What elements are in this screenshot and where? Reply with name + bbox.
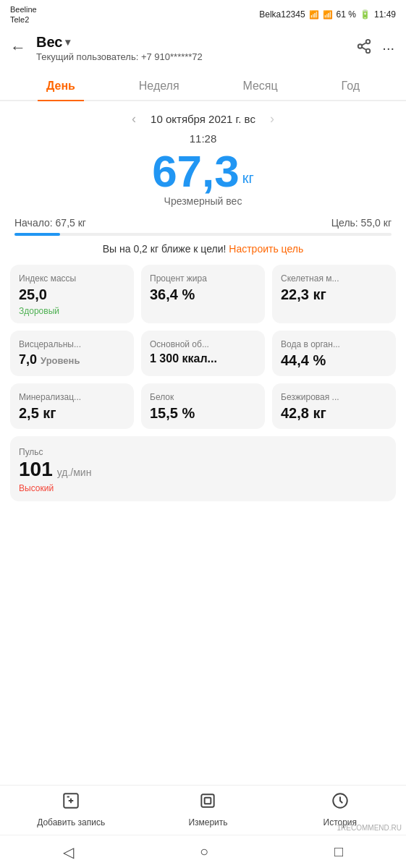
nav-measure[interactable]: Измерить: [179, 791, 237, 827]
add-record-icon: [62, 791, 80, 814]
history-icon: [331, 791, 350, 814]
tab-day[interactable]: День: [38, 74, 84, 100]
goal-message: Вы на 0,2 кг ближе к цели! Настроить цел…: [14, 243, 392, 255]
metric-label-skeletal: Скелетная м...: [281, 273, 387, 284]
metric-label-lbm: Безжировая ...: [281, 392, 387, 402]
metrics-grid-row3: Минерализац... 2,5 кг Белок 15,5 % Безжи…: [0, 383, 406, 429]
metric-value-visceral: 7,0 Уровень: [19, 352, 125, 367]
metric-card-lbm[interactable]: Безжировая ... 42,8 кг: [272, 383, 396, 429]
svg-line-4: [362, 43, 366, 46]
tabs-bar: День Неделя Месяц Год: [0, 71, 406, 101]
more-options-icon[interactable]: ···: [382, 40, 394, 56]
progress-bar: [14, 233, 392, 236]
metric-card-pulse[interactable]: Пульс 101 уд./мин Высокий: [10, 436, 396, 501]
header-title-block: Вес ▾ Текущий пользователь: +7 910******…: [36, 34, 349, 62]
progress-area: Начало: 67,5 кг Цель: 55,0 кг: [14, 217, 392, 236]
pulse-section: Пульс 101 уд./мин Высокий: [0, 436, 406, 501]
pulse-value: 101: [19, 458, 53, 481]
metric-sub-bmi: Здоровый: [19, 306, 125, 316]
back-button[interactable]: ←: [7, 35, 29, 60]
svg-rect-10: [205, 798, 211, 804]
measure-icon: [198, 791, 217, 814]
share-icon[interactable]: [356, 38, 372, 58]
svg-line-3: [362, 47, 366, 50]
wifi-icon: 📶: [323, 10, 333, 20]
watermark: 1RECOMMEND.RU: [337, 824, 402, 832]
metric-card-skeletal[interactable]: Скелетная м... 22,3 кг: [272, 265, 396, 323]
header: ← Вес ▾ Текущий пользователь: +7 910****…: [0, 28, 406, 68]
metric-card-fat[interactable]: Процент жира 36,4 %: [141, 265, 265, 323]
sys-recent-button[interactable]: □: [334, 843, 343, 860]
dropdown-arrow-icon[interactable]: ▾: [65, 36, 70, 48]
metric-label-water: Вода в орган...: [281, 339, 387, 349]
metric-value-lbm: 42,8 кг: [281, 405, 387, 422]
metrics-grid-row2: Висцеральны... 7,0 Уровень Основной об..…: [0, 331, 406, 376]
metrics-grid-row1: Индекс массы 25,0 Здоровый Процент жира …: [0, 265, 406, 323]
pulse-status: Высокий: [19, 483, 54, 493]
metric-value-protein: 15,5 %: [150, 405, 256, 422]
app-title: Вес: [36, 34, 62, 51]
metric-value-mineral: 2,5 кг: [19, 405, 125, 422]
tab-year[interactable]: Год: [333, 74, 368, 100]
weight-status-label: Чрезмерный вес: [0, 195, 406, 207]
pulse-unit: уд./мин: [57, 467, 92, 478]
header-actions: ···: [356, 38, 394, 58]
weight-value: 67,3: [152, 149, 240, 194]
nav-add-record[interactable]: Добавить запись: [37, 791, 105, 827]
measurement-time: 11:28: [0, 132, 406, 145]
tab-month[interactable]: Месяц: [234, 74, 286, 100]
sys-home-button[interactable]: ○: [200, 843, 208, 860]
metric-value-bmr: 1 300 ккал...: [150, 352, 256, 365]
date-navigation: ‹ 10 октября 2021 г. вс ›: [0, 101, 406, 129]
set-goal-link[interactable]: Настроить цель: [229, 243, 303, 255]
status-bar: Beeline Tele2 Belka12345 📶 📶 61 % 🔋 11:4…: [0, 0, 406, 28]
metric-card-bmr[interactable]: Основной об... 1 300 ккал...: [141, 331, 265, 376]
metric-card-water[interactable]: Вода в орган... 44,4 %: [272, 331, 396, 376]
metric-card-bmi[interactable]: Индекс массы 25,0 Здоровый: [10, 265, 134, 323]
weight-display: 67,3 кг: [0, 149, 406, 194]
pulse-value-row: 101 уд./мин: [19, 458, 387, 481]
carrier2: Tele2: [10, 15, 29, 24]
battery-icon: 🔋: [360, 9, 371, 20]
metric-label-bmi: Индекс массы: [19, 273, 125, 284]
svg-rect-9: [202, 794, 214, 807]
metric-card-mineral[interactable]: Минерализац... 2,5 кг: [10, 383, 134, 429]
start-weight-label: Начало: 67,5 кг: [14, 217, 86, 229]
prev-date-button[interactable]: ‹: [132, 111, 136, 127]
metric-value-bmi: 25,0: [19, 286, 125, 303]
metric-label-pulse: Пульс: [19, 447, 43, 457]
svg-point-1: [358, 44, 363, 48]
nav-history[interactable]: История: [311, 791, 369, 827]
metric-card-visceral[interactable]: Висцеральны... 7,0 Уровень: [10, 331, 134, 376]
current-date-label: 10 октября 2021 г. вс: [151, 113, 255, 125]
clock-time: 11:49: [374, 9, 396, 20]
goal-message-text: Вы на 0,2 кг ближе к цели!: [103, 243, 227, 255]
metric-label-protein: Белок: [150, 392, 256, 402]
signal-icon: 📶: [309, 10, 319, 20]
status-right: Belka12345 📶 📶 61 % 🔋 11:49: [259, 9, 396, 20]
sys-back-button[interactable]: ◁: [63, 843, 74, 861]
weight-unit: кг: [242, 170, 254, 187]
measure-label: Измерить: [188, 817, 227, 827]
svg-point-2: [366, 48, 371, 53]
goal-weight-label: Цель: 55,0 кг: [331, 217, 392, 229]
header-title: Вес ▾: [36, 34, 349, 51]
next-date-button[interactable]: ›: [270, 111, 274, 127]
progress-bar-fill: [14, 233, 60, 236]
progress-labels: Начало: 67,5 кг Цель: 55,0 кг: [14, 217, 392, 229]
svg-point-0: [366, 39, 371, 43]
battery-percent: 61 %: [337, 9, 356, 20]
username: Belka12345: [259, 9, 305, 20]
metric-label-fat: Процент жира: [150, 273, 256, 284]
add-record-label: Добавить запись: [37, 817, 105, 827]
metric-value-fat: 36,4 %: [150, 286, 256, 303]
carrier-info: Beeline Tele2: [10, 4, 37, 25]
metric-card-protein[interactable]: Белок 15,5 %: [141, 383, 265, 429]
metric-label-visceral: Висцеральны...: [19, 339, 125, 349]
system-nav: ◁ ○ □: [0, 835, 406, 868]
tab-week[interactable]: Неделя: [130, 74, 188, 100]
metric-label-mineral: Минерализац...: [19, 392, 125, 402]
metric-label-bmr: Основной об...: [150, 339, 256, 349]
metric-value-water: 44,4 %: [281, 352, 387, 369]
carrier1: Beeline: [10, 5, 37, 14]
